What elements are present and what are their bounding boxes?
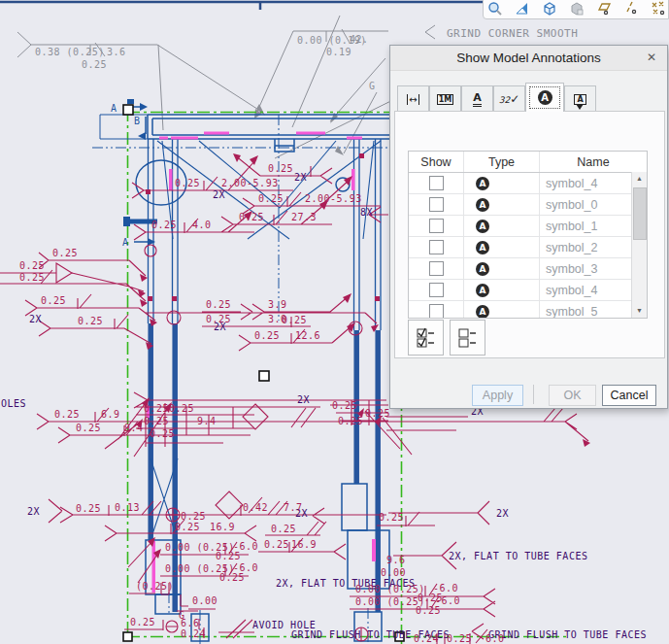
show-checkbox[interactable] — [429, 304, 444, 319]
show-checkbox[interactable] — [429, 219, 444, 233]
show-checkbox[interactable] — [429, 197, 444, 212]
drawing-label: 7.7 — [284, 502, 303, 513]
table-row[interactable]: Asymbol_0 — [409, 194, 647, 216]
table-row[interactable]: Asymbol_2 — [409, 237, 647, 258]
drawing-label: (0.25) — [136, 581, 174, 592]
drawing-label: 9.4 — [124, 423, 144, 433]
view-mini-toolbar — [483, 0, 669, 19]
datum-tag-icon: A — [574, 94, 585, 105]
drawing-label: 0.25 — [258, 193, 284, 204]
drawing-label: 16.9 — [291, 539, 317, 550]
drawing-label: 0.25 — [416, 605, 441, 616]
drawing-label: 0.25 — [82, 59, 107, 70]
column-header-name[interactable]: Name — [540, 155, 647, 169]
drawing-label: G — [369, 81, 376, 91]
drawing-label: 0.25 — [338, 416, 363, 426]
drawing-label: 0.25 — [379, 512, 404, 523]
column-header-show[interactable]: Show — [409, 152, 464, 172]
drawing-label: 2.00-5.93 — [221, 178, 279, 188]
sheet-frame — [0, 2, 483, 10]
tab-focus-outline — [529, 86, 560, 109]
drawing-label: 0.25 — [52, 248, 78, 258]
named-views-icon[interactable] — [542, 1, 557, 17]
table-row[interactable]: Asymbol_4 — [409, 280, 647, 301]
dialog-button-row: Apply OK Cancel — [390, 383, 667, 407]
drawing-label: 0.25 — [282, 315, 307, 325]
drawing-label: 0.25 — [206, 314, 231, 324]
button-separator — [533, 385, 534, 404]
apply-button[interactable]: Apply — [472, 385, 523, 406]
scrollbar-thumb[interactable] — [633, 187, 647, 240]
drawing-label: 0.00 (0.25) — [355, 596, 425, 607]
drawing-label: 2X — [29, 314, 42, 324]
repaint-icon[interactable] — [515, 1, 530, 17]
cancel-button[interactable]: Cancel — [602, 385, 656, 406]
tab-symbol[interactable]: A — [525, 83, 564, 112]
drawing-label: 0.25 — [271, 524, 296, 534]
drawing-label: 2X, FLAT TO TUBE FACES — [449, 551, 587, 561]
tab-dimension[interactable]: ↔ — [397, 85, 429, 112]
drawing-label: 0.25 — [264, 539, 289, 550]
drawing-label: 0.25 — [332, 400, 357, 411]
drawing-label: 0.25 — [216, 551, 241, 561]
drawing-label: 0.00 — [381, 567, 406, 578]
column-header-type[interactable]: Type — [464, 152, 540, 172]
magnifier-icon[interactable] — [487, 1, 503, 17]
drawing-label: 2X — [496, 508, 509, 519]
drawing-label: 0.25 — [144, 416, 169, 426]
drawing-label: 16.9 — [210, 522, 235, 532]
drawing-label: A — [111, 103, 117, 114]
point-display-icon[interactable] — [651, 1, 666, 17]
dialog-title: Show Model Annotations — [456, 51, 601, 65]
drawing-label: GRIND FLUSH TO TUBE FACES — [488, 629, 647, 640]
drawing-label: 0.25 — [76, 423, 101, 433]
uncheck-all-button[interactable] — [450, 320, 485, 356]
axis-display-icon[interactable] — [623, 1, 639, 17]
drawing-label: 6.6 — [181, 618, 200, 628]
drawing-label: 0.25 — [447, 633, 472, 644]
scroll-down-icon[interactable]: ▼ — [632, 304, 647, 318]
symbol-annotation-icon: A — [476, 198, 489, 212]
tab-content-panel: Show Type Name Asymbol_4Asymbol_0Asymbol… — [394, 111, 665, 358]
show-checkbox[interactable] — [429, 283, 444, 297]
plane-display-icon[interactable] — [596, 1, 612, 17]
drawing-label: 0.25 — [41, 295, 66, 306]
show-checkbox[interactable] — [429, 261, 444, 276]
drawing-label: 0.25 — [19, 260, 45, 271]
drawing-label: 0.00 (0.25) — [355, 584, 425, 594]
table-header-row: Show Type Name — [409, 152, 647, 173]
show-model-annotations-dialog: Show Model Annotations ✕ ↔1MA32AA Show T… — [389, 45, 668, 409]
drawing-label: 0.25 — [219, 572, 245, 583]
table-row[interactable]: Asymbol_3 — [409, 258, 647, 280]
check-all-button[interactable] — [408, 320, 444, 356]
table-row[interactable]: Asymbol_4 — [409, 173, 647, 194]
table-scrollbar[interactable]: ▲ ▼ — [631, 172, 647, 318]
drawing-label: 3.9 — [268, 299, 287, 310]
symbol-annotation-icon: A — [476, 262, 489, 276]
drawing-label: 0.25 — [239, 212, 264, 222]
tab-datum-tag[interactable]: A — [564, 85, 596, 112]
table-row[interactable]: Asymbol_5 — [409, 301, 647, 319]
shading-icon[interactable] — [569, 1, 585, 17]
drawing-label: 4.0 — [192, 220, 212, 230]
drawing-label: 0.24 — [414, 633, 439, 644]
scroll-up-icon[interactable]: ▲ — [632, 172, 647, 186]
ok-button[interactable]: OK — [549, 385, 596, 406]
tab-note[interactable]: A — [461, 85, 493, 112]
dialog-titlebar[interactable]: Show Model Annotations ✕ — [390, 46, 667, 71]
drawing-label: 0.25 — [175, 522, 200, 532]
show-checkbox[interactable] — [429, 240, 444, 254]
drawing-label: 42. — [350, 34, 369, 45]
drawing-label: 9.4 — [197, 416, 217, 426]
close-icon[interactable]: ✕ — [644, 50, 659, 65]
show-checkbox[interactable] — [429, 176, 444, 190]
drawing-label: 0.25 — [175, 178, 200, 188]
drawing-label: 0.24 — [181, 628, 206, 639]
drawing-label: 0.25 — [144, 403, 169, 414]
dimension-icon: ↔ — [407, 94, 418, 105]
table-row[interactable]: Asymbol_1 — [409, 216, 647, 237]
drawing-label: GRIND CORNER SMOOTH — [447, 27, 578, 40]
drawing-label: OLES — [1, 398, 26, 409]
tab-surface-finish[interactable]: 32 — [493, 85, 525, 112]
tab-geometric-tolerance[interactable]: 1M — [429, 85, 461, 112]
